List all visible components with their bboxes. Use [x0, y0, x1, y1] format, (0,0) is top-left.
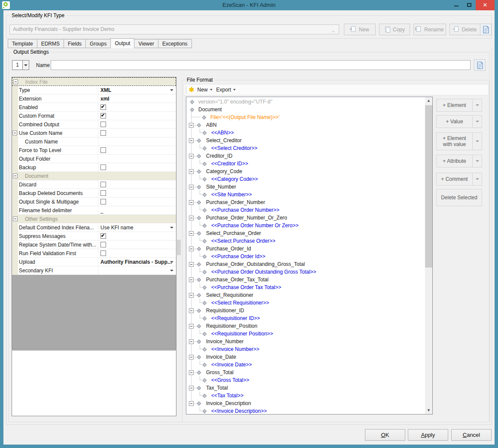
property-row-output-folder[interactable]: Output Folder [12, 155, 176, 163]
tree-node-elem[interactable]: Creditor_ID [187, 152, 425, 160]
output-number-dropdown-button[interactable] [22, 61, 29, 70]
dropdown-icon[interactable] [170, 270, 173, 271]
collapse-icon[interactable] [13, 79, 18, 84]
collapse-icon[interactable] [189, 138, 194, 143]
property-value[interactable]: Use KFI name [98, 223, 176, 232]
property-row-discard[interactable]: Discard [12, 180, 176, 189]
toolbar-export-button[interactable]: Export [216, 85, 239, 94]
property-value[interactable] [98, 137, 176, 146]
tree-scrollbar[interactable]: ▲ ▼ [425, 97, 432, 414]
property-row-custom-name[interactable]: Custom Name [12, 137, 176, 146]
dropdown-segment[interactable] [472, 173, 482, 185]
checkbox[interactable] [100, 130, 106, 136]
scrollbar-thumb[interactable] [425, 105, 432, 268]
apply-button[interactable]: Apply [408, 429, 448, 441]
copy-button[interactable]: Copy [379, 24, 410, 35]
close-button[interactable]: ✕ [476, 0, 495, 10]
scroll-up-icon[interactable]: ▲ [425, 97, 432, 104]
property-value[interactable]: xml [98, 94, 176, 103]
tab-output[interactable]: Output [110, 38, 134, 48]
tree-node-elem[interactable]: Purchase_Order_Number_Or_Zero [187, 214, 425, 222]
collapse-icon[interactable] [189, 339, 194, 344]
checkbox[interactable] [100, 122, 106, 127]
property-value[interactable] [98, 249, 176, 258]
property-row-backup-deleted-documents[interactable]: Backup Deleted Documents [12, 189, 176, 198]
property-row-type[interactable]: TypeXML [12, 86, 176, 94]
tree-node-val[interactable]: <<Creditor ID>> [187, 160, 425, 168]
tree-node-val[interactable]: <<Invoice Number>> [187, 345, 425, 353]
tree-node-val[interactable]: <<Purchase Order Id>> [187, 253, 425, 260]
panel-splitter[interactable] [177, 240, 181, 255]
tree-node-elem[interactable]: Purchase_Order_Tax_Total [187, 276, 425, 283]
checkbox[interactable] [100, 190, 106, 196]
checkbox-checked[interactable] [100, 113, 106, 119]
property-value[interactable] [98, 180, 176, 189]
checkbox[interactable] [100, 147, 106, 153]
checkbox[interactable] [100, 182, 106, 187]
property-value[interactable]: Authority Financials - Supp... [98, 258, 176, 266]
tree-node-elem[interactable]: Invoice_Description [187, 399, 425, 407]
property-value[interactable] [98, 241, 176, 249]
tree-node-elem[interactable]: Invoice_Number [187, 338, 425, 345]
tree-node-val[interactable]: <<Category Code>> [187, 175, 425, 183]
property-value[interactable] [98, 198, 176, 206]
tab-edrms[interactable]: EDRMS [37, 39, 64, 48]
property-value[interactable] [98, 232, 176, 241]
tree-node-val[interactable]: <<Purchase Order Tax Total>> [187, 283, 425, 291]
collapse-icon[interactable] [189, 277, 194, 282]
tree-node-elem[interactable]: Purchase_Order_Number [187, 198, 425, 206]
tree-node-decl[interactable]: version="1.0" encoding="UTF-8" [187, 98, 425, 106]
scroll-down-icon[interactable]: ▼ [425, 407, 432, 414]
property-value[interactable] [98, 189, 176, 198]
minimize-button[interactable] [450, 0, 463, 10]
property-row-custom-format[interactable]: Custom Format [12, 112, 176, 120]
tree-node-elem[interactable]: Gross_Total [187, 369, 425, 376]
cancel-button[interactable]: Cancel [451, 429, 492, 441]
tab-fields[interactable]: Fields [64, 39, 86, 48]
kfi-notes-button[interactable] [480, 24, 492, 35]
tree-node-val[interactable]: <<Select Purchase Order>> [187, 237, 425, 245]
tree-node-elem[interactable]: Purchase_Order_Id [187, 245, 425, 253]
dropdown-segment[interactable] [472, 116, 482, 128]
property-value[interactable] [98, 103, 176, 112]
tree-node-elem[interactable]: Select_Purchase_Order [187, 229, 425, 237]
tree-node-val[interactable]: <<Purchase Order Outstanding Gross Total… [187, 268, 425, 276]
tree-node-elem[interactable]: Select_Creditor [187, 137, 425, 144]
side-button--attribute[interactable]: + Attribute [436, 155, 482, 168]
collapse-icon[interactable] [189, 231, 194, 236]
toolbar-new-button[interactable]: New [197, 85, 216, 94]
tree-node-root[interactable]: Document [187, 106, 425, 113]
tab-exceptions[interactable]: Exceptions [158, 39, 192, 48]
tab-groups[interactable]: Groups [86, 39, 111, 48]
side-button--comment[interactable]: + Comment [436, 173, 482, 186]
property-value[interactable] [98, 120, 176, 129]
checkbox[interactable] [100, 165, 106, 170]
dropdown-segment[interactable] [472, 99, 482, 111]
property-row-backup[interactable]: Backup [12, 163, 176, 172]
property-row-replace-system-date-time-with-[interactable]: Replace System Date/Time with... [12, 241, 176, 249]
tab-viewer[interactable]: Viewer [134, 39, 158, 48]
property-row-run-field-validation-first[interactable]: Run Field Validation First [12, 249, 176, 258]
collapse-icon[interactable] [189, 200, 194, 205]
dropdown-icon[interactable] [170, 227, 173, 229]
collapse-icon[interactable] [189, 123, 194, 128]
tree-node-elem[interactable]: Purchase_Order_Outstanding_Gross_Total [187, 260, 425, 268]
ok-button[interactable]: OK [365, 429, 405, 441]
collapse-icon[interactable] [189, 169, 194, 174]
tree-node-elem[interactable]: Tax_Total [187, 384, 425, 392]
property-value[interactable] [98, 112, 176, 120]
collapse-icon[interactable] [189, 247, 194, 251]
output-number-combobox[interactable]: 1 [12, 60, 29, 70]
property-row-use-custom-name[interactable]: Use Custom Name [12, 129, 176, 137]
collapse-icon[interactable] [189, 308, 194, 313]
checkbox[interactable] [100, 250, 106, 256]
dropdown-icon[interactable] [170, 89, 173, 91]
tree-node-val[interactable]: <<Invoice Description>> [187, 407, 425, 415]
tree-node-val[interactable]: <<Select Creditor>> [187, 144, 425, 152]
property-row-extension[interactable]: Extensionxml [12, 94, 176, 103]
tree-node-elem[interactable]: Requisitioner_ID [187, 307, 425, 314]
side-button-delete-selected[interactable]: Delete Selected [436, 189, 482, 206]
collapse-icon[interactable] [189, 324, 194, 329]
tree-node-val[interactable]: <<ABN>> [187, 129, 425, 137]
property-row-filename-field-delimiter[interactable]: Filename field delimiter_ [12, 206, 176, 215]
